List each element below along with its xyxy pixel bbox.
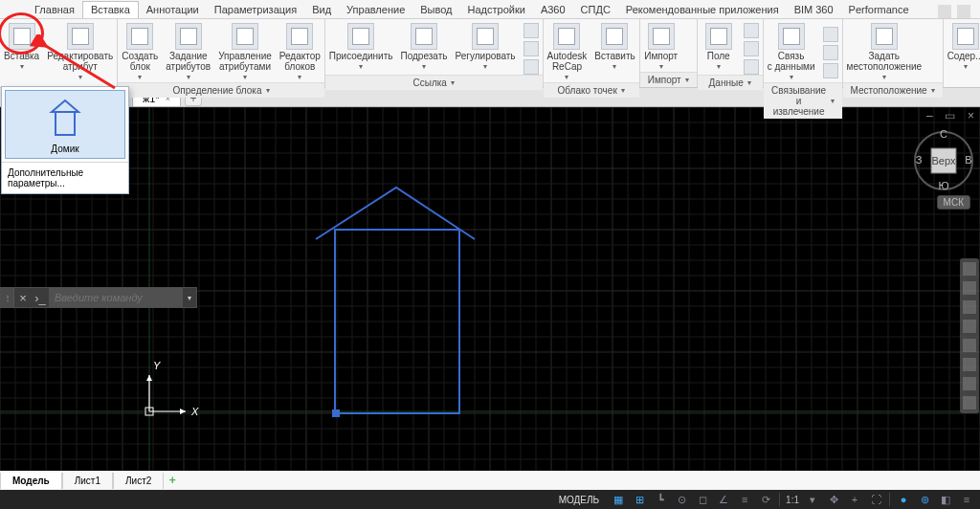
- ribbon-редактор-блоков[interactable]: Редактор блоков▾: [276, 23, 324, 82]
- ribbon-small-btn[interactable]: [823, 27, 838, 42]
- drawing-canvas[interactable]: X Y – ▭ × Верх С Ю З В МСК ⋮ × ›_ ▾: [0, 107, 980, 490]
- menubar-tab-вид[interactable]: Вид: [304, 2, 339, 18]
- ribbon-управление-атрибутами[interactable]: Управление атрибутами▾: [214, 23, 276, 82]
- command-line[interactable]: ⋮ × ›_ ▾: [0, 287, 197, 308]
- hwaccel-icon[interactable]: ●: [896, 493, 911, 506]
- menubar-tab-вставка[interactable]: Вставка: [82, 1, 139, 18]
- lineweight-icon[interactable]: ≡: [737, 493, 752, 506]
- ribbon-autodesk-recap[interactable]: Autodesk ReCap▾: [544, 23, 591, 82]
- menubar-tab-аннотации[interactable]: Аннотации: [139, 2, 207, 18]
- svg-text:В: В: [965, 154, 971, 166]
- ribbon-подрезать[interactable]: Подрезать▾: [397, 23, 452, 75]
- menubar-tab-performance[interactable]: Performance: [841, 2, 917, 18]
- ribbon-small-btn[interactable]: [523, 23, 539, 38]
- scale-label[interactable]: 1:1: [786, 495, 799, 505]
- svg-text:Верх: Верх: [932, 155, 956, 166]
- menubar-tab-рекомендованные приложения[interactable]: Рекомендованные приложения: [618, 2, 787, 18]
- menubar-tab-главная[interactable]: Главная: [27, 2, 82, 18]
- osnap-icon[interactable]: ◻: [695, 493, 710, 506]
- nav-bar[interactable]: [960, 258, 979, 413]
- ribbon-вставить[interactable]: Вставить▾: [590, 23, 638, 82]
- view-cube[interactable]: Верх С Ю З В: [913, 130, 974, 191]
- menubar-tab-управление[interactable]: Управление: [339, 2, 412, 18]
- ribbon-создать-блок[interactable]: Создать блок▾: [118, 23, 162, 82]
- ribbon-panel-title: Облако точек ▾: [544, 82, 639, 98]
- ribbon: Вставка▾Редактировать атрибут▾Создать бл…: [0, 19, 980, 88]
- ribbon-panel-title: Местоположение ▾: [843, 82, 943, 98]
- ribbon-small-btn[interactable]: [823, 45, 838, 60]
- ribbon-small-btn[interactable]: [523, 41, 539, 56]
- ribbon-small-btn[interactable]: [523, 59, 539, 75]
- menubar-tab-bim 360[interactable]: BIM 360: [787, 2, 841, 18]
- grip-icon[interactable]: ⋮: [1, 288, 14, 307]
- snap-icon[interactable]: ⊞: [632, 493, 647, 506]
- svg-text:X: X: [190, 406, 199, 417]
- model-space-label[interactable]: МОДЕЛЬ: [559, 495, 599, 505]
- close-icon[interactable]: ×: [14, 288, 32, 307]
- ribbon-small-btn[interactable]: [744, 41, 759, 56]
- ribbon-panel-title: Импорт ▾: [640, 72, 697, 87]
- ribbon-задать-местоположение[interactable]: Задать местоположение▾: [843, 23, 926, 82]
- ortho-icon[interactable]: ┗: [653, 493, 668, 506]
- layout-tab-лист1[interactable]: Лист1: [62, 473, 113, 489]
- svg-rect-102: [332, 409, 340, 417]
- more-params[interactable]: Дополнительные параметры...: [2, 162, 128, 193]
- customize-icon[interactable]: ≡: [959, 493, 974, 506]
- ribbon-импорт[interactable]: Импорт▾: [640, 23, 682, 72]
- ribbon-panel-title: Ссылка ▾: [325, 75, 543, 90]
- ribbon-panel-title: Определение блока ▾: [118, 82, 324, 98]
- ribbon-small-btn[interactable]: [823, 63, 838, 78]
- otrack-icon[interactable]: ∠: [716, 493, 731, 506]
- menubar-tab-вывод[interactable]: Вывод: [412, 2, 459, 18]
- svg-text:Ю: Ю: [938, 180, 948, 191]
- ribbon-поле[interactable]: Поле▾: [698, 23, 740, 75]
- maximize-icon[interactable]: ✥: [826, 493, 841, 506]
- add-layout-button[interactable]: +: [164, 474, 181, 487]
- prompt-icon: ›_: [32, 288, 49, 307]
- viewport-controls[interactable]: – ▭ ×: [926, 109, 976, 122]
- status-bar: МОДЕЛЬ ▦ ⊞ ┗ ⊙ ◻ ∠ ≡ ⟳ 1:1▾ ✥ + ⛶ ● ⊚ ◧ …: [0, 490, 980, 509]
- menubar-tab-надстройки[interactable]: Надстройки: [460, 2, 533, 18]
- menubar: ГлавнаяВставкаАннотацииПараметризацияВид…: [0, 0, 980, 19]
- command-input[interactable]: [49, 288, 183, 307]
- layout-tab-модель[interactable]: Модель: [0, 473, 62, 489]
- ribbon-panel-title: Связывание и извлечение ▾: [764, 82, 842, 119]
- menubar-tab-спдс[interactable]: СПДС: [573, 2, 618, 18]
- svg-rect-1: [56, 112, 75, 135]
- svg-text:З: З: [916, 154, 923, 166]
- layout-tabs: МодельЛист1Лист2+: [0, 471, 980, 490]
- ribbon-регулировать[interactable]: Регулировать▾: [451, 23, 519, 75]
- ribbon-редактировать-атрибут[interactable]: Редактировать атрибут▾: [43, 23, 117, 87]
- ribbon-связь-с-данными[interactable]: Связь с данными▾: [764, 23, 819, 82]
- svg-text:С: С: [940, 130, 947, 140]
- layout-tab-лист2[interactable]: Лист2: [113, 473, 164, 489]
- ribbon-присоединить[interactable]: Присоединить▾: [325, 23, 397, 75]
- block-item-domik[interactable]: Домик: [5, 90, 125, 159]
- menubar-tab-a360[interactable]: A360: [533, 2, 573, 18]
- menubar-tab-параметризация[interactable]: Параметризация: [207, 2, 304, 18]
- wcs-label[interactable]: МСК: [937, 195, 970, 210]
- polar-icon[interactable]: ⊙: [674, 493, 689, 506]
- ribbon-small-btn[interactable]: [744, 23, 759, 38]
- ribbon-вставка[interactable]: Вставка▾: [0, 23, 43, 87]
- svg-marker-0: [52, 100, 78, 112]
- grid-icon[interactable]: ▦: [611, 493, 626, 506]
- ribbon-panel-title: Данные ▾: [698, 75, 763, 90]
- ribbon-содер...[interactable]: Содер...▾: [944, 23, 980, 87]
- svg-text:Y: Y: [153, 360, 161, 371]
- insert-block-gallery: Домик Дополнительные параметры...: [1, 86, 129, 194]
- chevron-down-icon[interactable]: ▾: [183, 294, 196, 302]
- ribbon-small-btn[interactable]: [744, 59, 759, 75]
- cycle-icon[interactable]: ⟳: [758, 493, 773, 506]
- ribbon-задание-атрибутов[interactable]: Задание атрибутов▾: [162, 23, 214, 82]
